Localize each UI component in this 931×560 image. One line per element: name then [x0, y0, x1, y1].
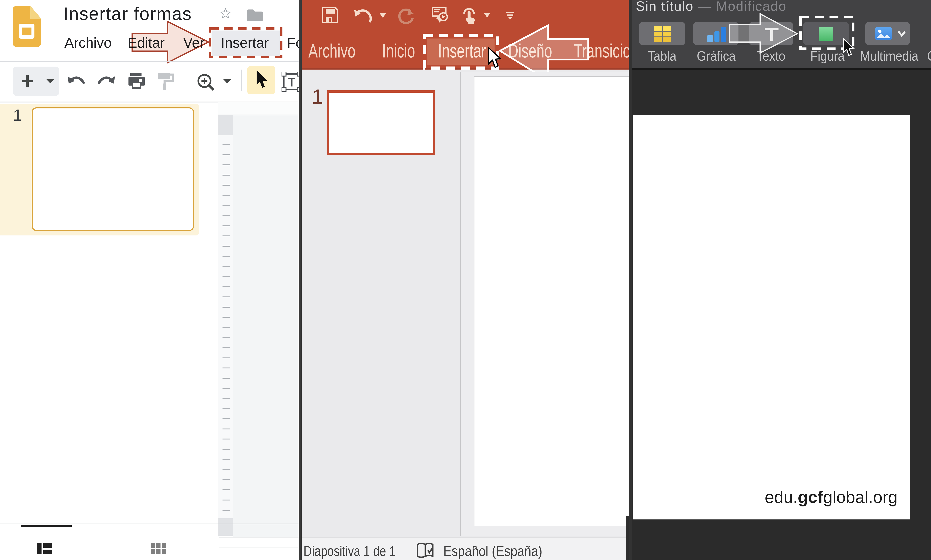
svg-text:T: T [288, 75, 295, 89]
